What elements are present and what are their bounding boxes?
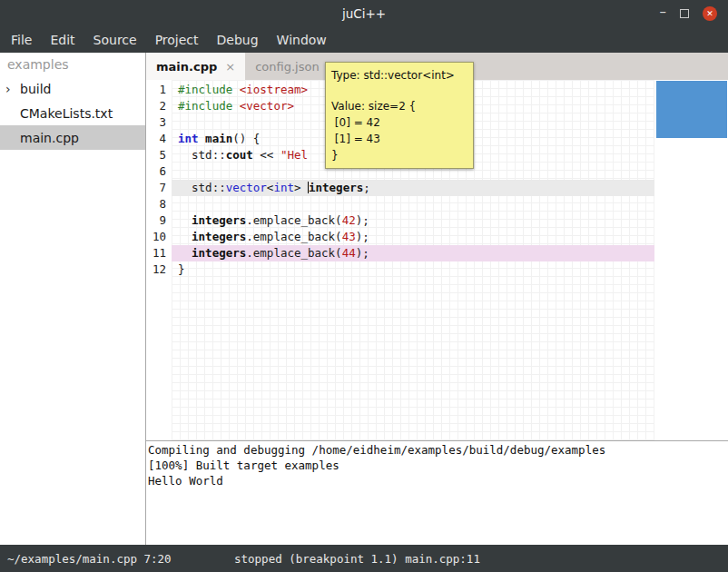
tooltip-value-line: [1] = 43 xyxy=(331,131,467,147)
tab-main-cpp[interactable]: main.cpp× xyxy=(146,53,245,80)
restore-button[interactable] xyxy=(680,9,689,18)
code-line-7: 7 std::vector<int> integers; xyxy=(146,180,654,196)
code-text[interactable]: integers.emplace_back(42); xyxy=(172,212,654,229)
code-text[interactable]: integers.emplace_back(44); xyxy=(172,245,654,261)
app-window: juCi++ – ✕ FileEditSourceProjectDebugWin… xyxy=(0,0,728,572)
window-title: juCi++ xyxy=(0,6,728,21)
line-number[interactable]: 1 xyxy=(146,82,172,98)
code-line-11: 11 integers.emplace_back(44); xyxy=(146,245,654,261)
code-text[interactable]: std::vector<int> integers; xyxy=(172,180,654,196)
tooltip-value-block: Value: size=2 { [0] = 42 [1] = 43} xyxy=(331,98,467,163)
file-tree-items: ›buildCMakeLists.txtmain.cpp xyxy=(0,76,145,150)
window-controls: – ✕ xyxy=(660,0,718,27)
tooltip-value-line: [0] = 42 xyxy=(331,114,467,131)
close-button[interactable]: ✕ xyxy=(703,6,717,21)
menu-window[interactable]: Window xyxy=(268,33,336,47)
code-text[interactable]: } xyxy=(172,261,654,278)
line-number[interactable]: 10 xyxy=(146,229,172,245)
console-line: Compiling and debugging /home/eidheim/ex… xyxy=(148,442,726,458)
line-number[interactable]: 3 xyxy=(146,114,172,131)
tooltip-value-line: } xyxy=(331,147,467,163)
status-cursor-position: ~/examples/main.cpp 7:20 xyxy=(7,552,172,566)
menu-project[interactable]: Project xyxy=(146,33,208,47)
code-line-10: 10 integers.emplace_back(43); xyxy=(146,229,654,245)
close-icon: ✕ xyxy=(706,9,713,18)
tree-item-label: main.cpp xyxy=(20,131,79,145)
line-number[interactable]: 5 xyxy=(146,147,172,163)
status-debug-state: stopped (breakpoint 1.1) main.cpp:11 xyxy=(234,552,480,566)
line-number[interactable]: 12 xyxy=(146,261,172,278)
menu-debug[interactable]: Debug xyxy=(208,33,268,47)
console-line: [100%] Built target examples xyxy=(148,458,726,473)
minimize-icon: – xyxy=(660,4,667,20)
code-line-8: 8 xyxy=(146,196,654,212)
code-line-12: 12} xyxy=(146,261,654,278)
menu-edit[interactable]: Edit xyxy=(41,33,84,47)
minimize-button[interactable]: – xyxy=(660,5,667,19)
line-number[interactable]: 4 xyxy=(146,131,172,147)
output-console[interactable]: Compiling and debugging /home/eidheim/ex… xyxy=(146,440,728,545)
chevron-right-icon[interactable]: › xyxy=(0,82,20,96)
scroll-overview-thumb[interactable] xyxy=(656,81,727,138)
line-number[interactable]: 6 xyxy=(146,163,172,180)
statusbar: ~/examples/main.cpp 7:20 stopped (breakp… xyxy=(0,545,728,572)
tree-item-cmakelists-txt[interactable]: CMakeLists.txt xyxy=(0,101,145,125)
console-line: Hello World xyxy=(148,473,726,488)
debug-value-tooltip: Type: std::vector<int> Value: size=2 { [… xyxy=(325,62,474,169)
titlebar: juCi++ – ✕ xyxy=(0,0,728,27)
tree-item-build[interactable]: ›build xyxy=(0,76,145,101)
tree-item-label: build xyxy=(20,82,51,96)
tooltip-type-line: Type: std::vector<int> xyxy=(331,67,467,84)
code-line-9: 9 integers.emplace_back(42); xyxy=(146,212,654,229)
close-tab-icon[interactable]: × xyxy=(225,60,235,74)
tab-label: config.json xyxy=(255,60,320,74)
code-text[interactable] xyxy=(172,196,654,212)
menu-file[interactable]: File xyxy=(2,33,41,47)
menu-source[interactable]: Source xyxy=(84,33,146,47)
line-number[interactable]: 2 xyxy=(146,98,172,114)
tab-label: main.cpp xyxy=(156,60,217,74)
file-tree-header: examples xyxy=(0,53,145,76)
line-number[interactable]: 9 xyxy=(146,212,172,229)
menubar: FileEditSourceProjectDebugWindow xyxy=(0,27,728,53)
tooltip-value-line: Value: size=2 { xyxy=(331,98,467,114)
file-tree-panel: examples ›buildCMakeLists.txtmain.cpp xyxy=(0,53,146,545)
tree-item-label: CMakeLists.txt xyxy=(20,106,113,121)
code-text[interactable]: integers.emplace_back(43); xyxy=(172,229,654,245)
line-number[interactable]: 11 xyxy=(146,245,172,261)
line-number[interactable]: 7 xyxy=(146,180,172,196)
tree-item-main-cpp[interactable]: main.cpp xyxy=(0,125,145,150)
line-number[interactable]: 8 xyxy=(146,196,172,212)
